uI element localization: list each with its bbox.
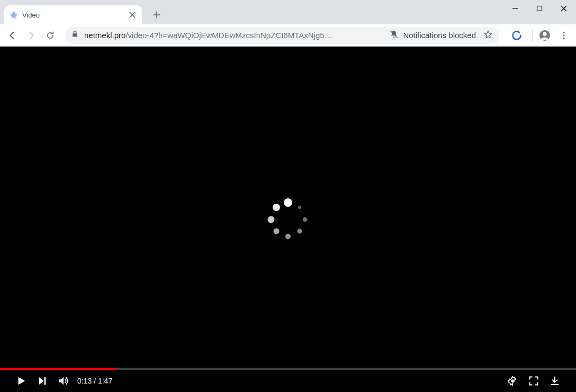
tab-favicon: [10, 11, 18, 19]
video-progress-bar[interactable]: [0, 368, 576, 370]
notifications-blocked-chip[interactable]: Notifications blocked: [389, 30, 476, 41]
nav-back-button[interactable]: [3, 26, 21, 44]
browser-tab[interactable]: Video: [4, 5, 142, 24]
window-maximize-button[interactable]: [527, 0, 552, 17]
nav-forward-button[interactable]: [22, 26, 40, 44]
play-button[interactable]: [11, 370, 32, 391]
svg-rect-10: [44, 377, 46, 385]
tab-strip: Video: [0, 0, 576, 24]
svg-rect-2: [73, 33, 77, 37]
notifications-blocked-label: Notifications blocked: [403, 31, 476, 40]
fullscreen-button[interactable]: [523, 370, 544, 391]
url-text: netmekl.pro/video-4?h=waWQiOjEwMDEwMzcsI…: [84, 31, 384, 40]
video-viewport[interactable]: 0:13 / 1:47: [0, 47, 576, 392]
lock-icon: [71, 30, 79, 40]
svg-rect-1: [537, 6, 542, 11]
svg-point-7: [563, 32, 565, 33]
browser-toolbar: netmekl.pro/video-4?h=waWQiOjEwMDEwMzcsI…: [0, 24, 576, 47]
settings-button[interactable]: [502, 370, 523, 391]
volume-button[interactable]: [53, 370, 74, 391]
bookmark-star-button[interactable]: [483, 30, 493, 41]
svg-point-6: [543, 32, 546, 35]
svg-point-3: [393, 37, 394, 38]
extension-icon[interactable]: [508, 26, 526, 44]
window-controls: [503, 0, 576, 17]
url-path: /video-4?h=waWQiOjEwMDEwMzcsInNpZCI6MTAx…: [125, 31, 332, 40]
window-close-button[interactable]: [552, 0, 576, 17]
video-progress-played: [0, 368, 115, 370]
next-button[interactable]: [32, 370, 53, 391]
svg-point-9: [563, 37, 565, 39]
download-button[interactable]: [544, 370, 565, 391]
svg-point-8: [563, 34, 565, 36]
chrome-menu-button[interactable]: [555, 26, 573, 44]
video-controls: 0:13 / 1:47: [0, 368, 576, 392]
nav-reload-button[interactable]: [41, 26, 59, 44]
video-time-display: 0:13 / 1:47: [77, 377, 112, 385]
tab-close-button[interactable]: [128, 11, 137, 19]
tab-title: Video: [22, 11, 124, 19]
new-tab-button[interactable]: [149, 7, 164, 22]
window-minimize-button[interactable]: [503, 0, 527, 17]
loading-spinner: [267, 198, 309, 241]
url-host: netmekl.pro: [84, 31, 125, 40]
toolbar-separator: [532, 29, 533, 42]
profile-avatar-button[interactable]: [536, 26, 554, 44]
bell-slash-icon: [389, 30, 399, 41]
address-bar[interactable]: netmekl.pro/video-4?h=waWQiOjEwMDEwMzcsI…: [65, 27, 499, 44]
